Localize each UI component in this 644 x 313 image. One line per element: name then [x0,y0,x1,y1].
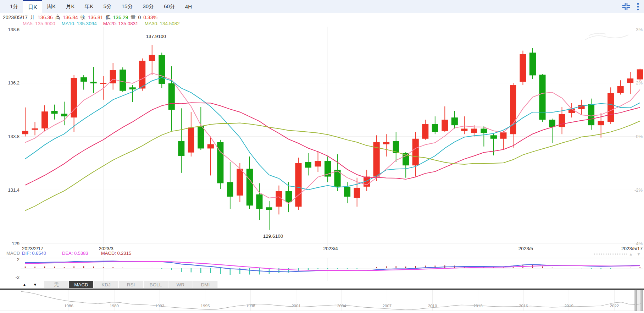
navigator-year-label: 2022 [610,304,619,308]
candle-body [549,120,555,127]
candle-body [90,82,97,83]
navigator-year-label: 1995 [201,304,210,308]
navigator-year-label: 2019 [564,304,573,308]
macd-value-label: DIF: 0.6540 [22,251,62,256]
navigator-year-label: 2004 [337,304,346,308]
indicator-tab-无[interactable]: 无 [44,281,69,288]
navigator-year-label: 2007 [383,304,392,308]
navigator-right-handle[interactable] [641,290,643,311]
candle-body [451,117,458,125]
percent-axis-label: -2% [634,187,643,193]
candle-body [51,111,58,114]
panel-collapse-up-icon[interactable]: ▲ [629,252,633,256]
navigator-top-border [0,289,644,290]
candle-body [315,161,321,167]
candle-body [607,93,614,122]
watermark [585,33,628,40]
macd-label-bar: MACDDIF: 0.6540DEA: 0.5383MACD: 0.2315 [6,251,144,256]
candle-body [461,129,467,131]
candle-body [432,124,438,132]
candle-body [490,135,497,138]
indicator-tab-BOLL[interactable]: BOLL [144,281,168,288]
candle-body [80,77,87,82]
candle-body [198,126,204,149]
candle-body [188,127,194,152]
candle-body [637,69,643,79]
candle-body [100,83,106,84]
candle-body [529,53,536,75]
candle-body [344,187,350,197]
candle-body [295,163,302,207]
date-axis-label: 2023/4 [323,246,338,251]
candle-body [149,55,155,61]
kline-app: 1分日K周K月K年K5分15分30分60分4H 2023/05/17 开136.… [0,0,644,313]
candle-body [442,120,448,131]
candle-body [285,191,292,202]
candle-body [246,169,253,206]
indicator-tab-WR[interactable]: WR [168,281,193,288]
candle-body [539,75,546,120]
candle-body [256,194,262,209]
candle-body [159,55,165,84]
candle-body [481,129,487,133]
percent-axis-label: 2% [636,80,643,86]
indicator-row: ▲▼无MACDKDJRSIBOLLWRDMI [0,281,644,288]
navigator-year-label: 1986 [64,304,73,308]
dea-line [25,262,640,270]
candle-body [305,162,311,168]
panel-down-arrow-button[interactable]: ▼ [30,281,40,288]
price-axis-label: 136.2 [8,80,20,86]
macd-axis-label: -2 [15,275,20,280]
macd-value-label: DEA: 0.5383 [62,251,101,256]
candle-body [41,111,48,128]
candle-body [61,114,67,116]
candle-body [139,61,145,89]
candle-body [617,86,624,93]
indicator-tab-DMI[interactable]: DMI [193,281,218,288]
panel-up-arrow-button[interactable]: ▲ [20,281,29,288]
main-chart[interactable]: 137.9100129.6100138.63%136.22%133.80%131… [0,0,644,313]
indicator-tab-RSI[interactable]: RSI [119,281,143,288]
macd-axis-label: 2 [17,257,20,262]
navigator-year-label: 1989 [110,304,119,308]
date-axis-label: 2023/5/17 [621,246,643,251]
indicator-tab-KDJ[interactable]: KDJ [94,281,118,288]
candle-body [627,78,633,83]
candle-body [129,87,136,89]
candle-body [510,85,516,134]
candle-body [500,132,506,139]
percent-axis-label: 0% [636,134,643,139]
candle-body [237,169,243,196]
candle-body [276,191,282,207]
macd-value-label: MACD [6,251,22,256]
candle-body [120,70,126,91]
candle-body [168,83,175,110]
candle-body [412,139,419,165]
panel-collapse-down-icon[interactable]: ▼ [637,252,641,256]
candle-body [471,129,477,133]
candle-body [32,128,38,130]
high-annotation: 137.9100 [146,34,166,39]
candle-body [383,142,389,144]
indicator-tab-MACD[interactable]: MACD [69,281,94,288]
percent-axis-label: 3% [636,27,643,32]
candle-body [207,144,214,148]
price-axis-label: 129 [12,241,20,246]
candle-body [178,141,184,156]
price-axis-label: 138.6 [8,27,20,32]
price-axis-label: 133.8 [8,134,20,139]
navigator-left-handle[interactable] [635,290,637,311]
percent-axis-label: -4% [634,241,643,246]
candle-body [266,207,272,210]
candle-body [559,114,565,127]
candle-body [598,121,604,126]
ma30-line [25,121,640,210]
candle-body [520,54,526,82]
candle-body [588,104,594,125]
low-annotation: 129.6100 [263,234,283,239]
price-axis-label: 131.4 [8,187,20,193]
macd-value-label: MACD: 0.2315 [101,251,144,256]
candle-body [22,131,28,134]
navigator-year-label: 2016 [519,304,528,308]
candle-body [354,188,360,198]
